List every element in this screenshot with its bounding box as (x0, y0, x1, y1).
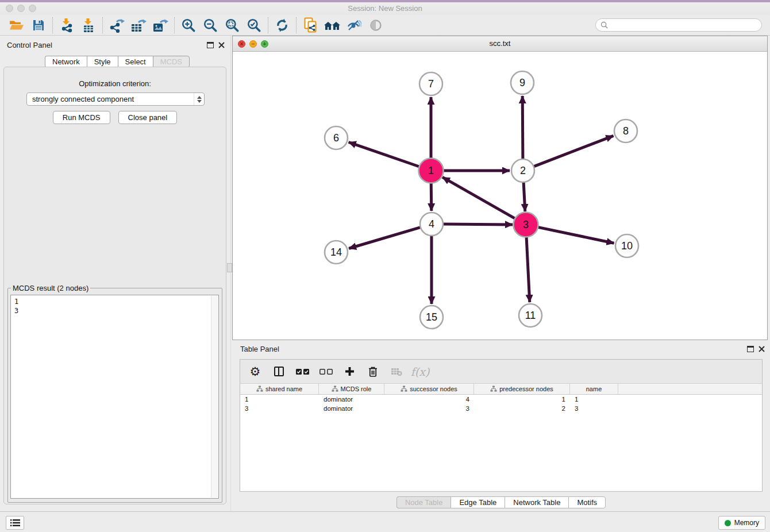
tab-motifs[interactable]: Motifs (568, 496, 606, 508)
export-image-icon[interactable] (149, 16, 171, 34)
column-header-name[interactable]: name (570, 384, 618, 394)
edge-1-6[interactable] (349, 142, 420, 167)
panel-divider (230, 36, 231, 511)
edge-2-3[interactable] (523, 182, 525, 211)
main-toolbar (0, 15, 770, 36)
node-7[interactable]: 7 (419, 72, 442, 95)
export-network-icon[interactable] (106, 16, 128, 34)
tree-column-icon (401, 385, 407, 392)
node-3[interactable]: 3 (514, 213, 538, 237)
tab-node-table[interactable]: Node Table (396, 496, 451, 508)
tab-edge-table[interactable]: Edge Table (451, 496, 505, 508)
edge-3-1[interactable] (442, 177, 516, 219)
delete-column-icon[interactable] (365, 363, 381, 380)
column-header-filler (618, 384, 762, 394)
column-header-MCDS-role[interactable]: MCDS role (319, 384, 384, 394)
status-bar: Memory (0, 511, 770, 532)
criterion-select[interactable]: strongly connected component (26, 92, 205, 106)
close-panel-icon[interactable] (218, 42, 225, 48)
zoom-in-icon[interactable] (178, 16, 199, 34)
float-panel-icon[interactable] (207, 42, 214, 48)
column-header-predecessor-nodes[interactable]: predecessor nodes (474, 384, 570, 394)
task-history-button[interactable] (6, 516, 24, 530)
node-label: 3 (523, 219, 529, 230)
node-8[interactable]: 8 (614, 119, 637, 142)
toolbar-separator (174, 17, 175, 33)
column-header-successor-nodes[interactable]: successor nodes (384, 384, 474, 394)
tab-network-table[interactable]: Network Table (505, 496, 568, 508)
edge-4-14[interactable] (349, 228, 421, 249)
tab-mcds[interactable]: MCDS (153, 56, 190, 68)
optimization-criterion-label: Optimization criterion: (4, 79, 226, 88)
zoom-selected-icon[interactable] (243, 16, 265, 34)
criterion-value: strongly connected component (32, 95, 134, 103)
edge-2-9[interactable] (522, 96, 523, 159)
edge-2-8[interactable] (534, 136, 614, 166)
mcds-result-group: MCDS result (2 nodes) 13 (7, 284, 222, 503)
import-network-icon[interactable] (56, 16, 78, 34)
node-11[interactable]: 11 (519, 304, 542, 327)
zoom-fit-icon[interactable] (221, 16, 243, 34)
node-14[interactable]: 14 (325, 241, 348, 264)
node-6[interactable]: 6 (325, 126, 348, 149)
vertical-splitter-handle[interactable] (227, 263, 232, 272)
zoom-out-icon[interactable] (199, 16, 221, 34)
node-label: 14 (330, 246, 342, 258)
memory-label: Memory (734, 519, 759, 527)
edge-4-3[interactable] (443, 224, 513, 225)
table-row[interactable]: 3dominator323 (240, 404, 762, 413)
application-window: Session: New Session (0, 0, 770, 532)
tab-select[interactable]: Select (118, 56, 153, 68)
select-stepper-icon (194, 93, 204, 105)
table-toolbar: ⚙ f(x) (240, 360, 762, 384)
edge-1-4[interactable] (431, 182, 432, 211)
close-panel-button[interactable]: Close panel (118, 111, 178, 124)
tab-style[interactable]: Style (87, 56, 118, 68)
add-column-icon[interactable] (341, 363, 357, 380)
run-mcds-button[interactable]: Run MCDS (53, 111, 110, 124)
table-body: 1dominator4113dominator323 (240, 395, 762, 413)
open-session-icon[interactable] (6, 16, 28, 34)
edge-3-10[interactable] (537, 227, 614, 243)
column-header-shared-name[interactable]: shared name (240, 384, 319, 394)
mcds-result-line: 1 (14, 297, 215, 306)
close-table-panel-icon[interactable] (759, 346, 765, 352)
memory-button[interactable]: Memory (718, 516, 765, 530)
toolbar-separator (296, 17, 297, 33)
network-window-titlebar[interactable]: × − + scc.txt (233, 36, 767, 52)
tab-network[interactable]: Network (45, 56, 87, 68)
float-table-panel-icon[interactable] (747, 346, 754, 352)
home-icon[interactable] (321, 16, 343, 34)
mcds-result-textarea[interactable]: 13 (10, 295, 219, 499)
delete-table-icon (388, 363, 405, 380)
network-window-title: scc.txt (233, 39, 767, 48)
tree-column-icon (332, 385, 338, 392)
refresh-layout-icon[interactable] (271, 16, 293, 34)
node-10[interactable]: 10 (615, 234, 638, 257)
table-row[interactable]: 1dominator411 (240, 395, 762, 404)
table-cell: 4 (384, 396, 474, 403)
task-list-icon (10, 519, 20, 527)
table-cell: 1 (474, 396, 570, 403)
table-cell: dominator (319, 396, 384, 403)
network-canvas[interactable]: 7968124314101511 (233, 52, 767, 340)
search-input[interactable] (608, 20, 761, 30)
node-2[interactable]: 2 (511, 159, 534, 182)
result-scrollbar[interactable] (211, 296, 218, 498)
select-all-icon[interactable] (294, 363, 310, 380)
save-session-icon[interactable] (28, 16, 49, 34)
node-4[interactable]: 4 (420, 213, 443, 236)
node-9[interactable]: 9 (511, 71, 534, 94)
show-panel-icon[interactable] (365, 16, 387, 34)
export-table-icon[interactable] (128, 16, 149, 34)
import-table-icon[interactable] (78, 16, 99, 34)
edge-3-11[interactable] (526, 236, 530, 302)
node-15[interactable]: 15 (420, 306, 443, 329)
table-settings-icon[interactable]: ⚙ (247, 363, 263, 380)
node-1[interactable]: 1 (419, 159, 444, 183)
duplicate-network-icon[interactable] (299, 16, 321, 34)
deselect-all-icon[interactable] (318, 363, 334, 380)
app-titlebar: Session: New Session (0, 2, 770, 15)
hide-panel-icon[interactable] (343, 16, 365, 34)
show-column-icon[interactable] (271, 363, 287, 380)
